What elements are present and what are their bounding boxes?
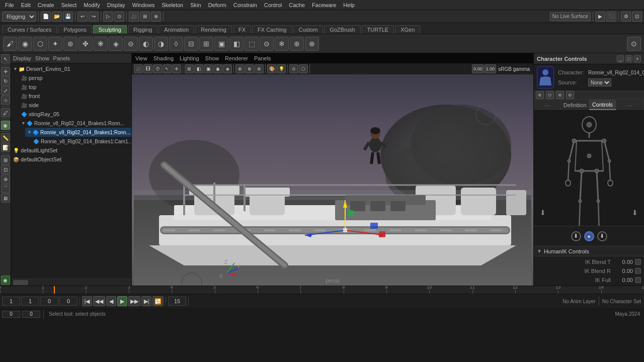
vp-view-menu[interactable]: View <box>134 55 149 61</box>
char-tool3[interactable]: ⊗ <box>556 91 564 99</box>
char-source-dropdown[interactable]: None <box>588 78 611 86</box>
char-ctrl-minimize[interactable]: _ <box>617 55 624 62</box>
vp-time-input[interactable]: 0.00 <box>472 64 484 73</box>
timeline-current-frame[interactable] <box>21 297 39 306</box>
char-tab-controls[interactable]: Controls <box>589 100 617 110</box>
hik-blend-r-bar[interactable] <box>635 268 641 274</box>
status-y-input[interactable] <box>22 311 40 318</box>
tab-polygons[interactable]: Polygons <box>58 25 92 34</box>
outliner-show[interactable]: Show <box>35 55 49 61</box>
vp-move-btn[interactable]: ✛ <box>172 64 181 73</box>
tab-xgen[interactable]: XGen <box>395 25 420 34</box>
tool-sculpt11[interactable]: ◑ <box>154 37 168 51</box>
note-btn[interactable]: 📝 <box>1 143 10 152</box>
tool-sculpt13[interactable]: ⊟ <box>184 37 198 51</box>
vp-shading-menu[interactable]: Shading <box>152 55 175 61</box>
play-btn[interactable]: ▶ <box>117 296 127 306</box>
tool-sculpt9[interactable]: ⊖ <box>124 37 138 51</box>
char-bottom-btn2[interactable]: ● <box>584 231 594 241</box>
move-btn[interactable]: ✛ <box>1 67 10 76</box>
render2-btn[interactable]: ⬛ <box>606 12 616 22</box>
render-btn[interactable]: ▶ <box>595 12 605 22</box>
timeline-ruler[interactable]: 0123456789101112131415 <box>0 286 644 294</box>
snap-grid-btn[interactable]: ⊡ <box>1 165 10 174</box>
vp-wireframe-btn[interactable]: ⊞ <box>185 64 194 73</box>
outliner-display[interactable]: Display <box>13 55 31 61</box>
tab-custom[interactable]: Custom <box>293 25 324 34</box>
tool-sculpt12[interactable]: ◊ <box>169 37 183 51</box>
vp-shade2-btn[interactable]: ▣ <box>204 64 213 73</box>
tool-sculpt18[interactable]: ⊝ <box>260 37 274 51</box>
outliner-item-desert[interactable]: ▼ 📁 Desert_Enviro_01 <box>11 64 131 73</box>
char-tool1[interactable]: ⊕ <box>536 91 544 99</box>
play-back-btn[interactable]: ◀ <box>106 296 116 306</box>
menu-faceware[interactable]: Faceware <box>309 1 339 9</box>
tool-sculpt5[interactable]: ⊛ <box>63 37 77 51</box>
outliner-scrollbar[interactable] <box>11 279 131 286</box>
char-tab-definition[interactable]: Definition <box>561 100 589 110</box>
menu-create[interactable]: Create <box>35 1 57 9</box>
outliner-item-objectset[interactable]: 📦 defaultObjectSet <box>11 155 131 164</box>
step-fwd-btn[interactable]: ▶▶ <box>128 296 140 306</box>
vp-snap1-btn[interactable]: ⊕ <box>235 64 245 73</box>
select-tool-btn[interactable]: ↖ <box>1 54 10 63</box>
vp-camera-btn[interactable]: 🎥 <box>134 64 143 73</box>
tool-sculpt19[interactable]: ❄ <box>275 37 289 51</box>
outliner-panels[interactable]: Panels <box>53 55 70 61</box>
save-scene-btn[interactable]: 💾 <box>63 12 73 22</box>
char-bottom-btn1[interactable]: ⬇ <box>571 231 581 241</box>
hik-blend-t-bar[interactable] <box>635 259 641 265</box>
vp-scale-input[interactable]: 1.00 <box>485 64 497 73</box>
snap-surface-btn[interactable]: ⊠ <box>1 194 10 203</box>
menu-help[interactable]: Help <box>340 1 358 9</box>
tool-sculpt14[interactable]: ⊞ <box>199 37 213 51</box>
menu-cache[interactable]: Cache <box>286 1 308 9</box>
undo-btn[interactable]: ↩ <box>77 12 88 22</box>
new-scene-btn[interactable]: 📄 <box>41 12 51 22</box>
vp-light-btn[interactable]: 💡 <box>277 64 286 73</box>
menu-display[interactable]: Display <box>104 1 128 9</box>
vp-show-menu[interactable]: Show <box>204 55 221 61</box>
step-back-btn[interactable]: ◀◀ <box>93 296 105 306</box>
outliner-item-lightset[interactable]: 💡 defaultLightSet <box>11 146 131 155</box>
outliner-item-side[interactable]: 🎥 side <box>19 101 131 110</box>
menu-skeleton[interactable]: Skeleton <box>158 1 186 9</box>
vp-shade1-btn[interactable]: ◧ <box>194 64 203 73</box>
tab-fx[interactable]: FX <box>233 25 251 34</box>
sculpt-btn[interactable]: ◉ <box>1 121 10 130</box>
settings-btn[interactable]: ⚙ <box>621 12 631 22</box>
vp-snap3-btn[interactable]: ⊛ <box>255 64 264 73</box>
layout-btn[interactable]: ⊡ <box>632 12 642 22</box>
vp-obj-btn[interactable]: ⬡ <box>299 64 308 73</box>
menu-deform[interactable]: Deform <box>205 1 229 9</box>
char-tool4[interactable]: ⊛ <box>566 91 574 99</box>
menu-control[interactable]: Control <box>261 1 285 9</box>
outliner-item-stingray[interactable]: 🔷 stingRay_05 <box>19 110 131 119</box>
vp-isolate-btn[interactable]: ⊙ <box>289 64 298 73</box>
viewport-scene[interactable]: X Y Z persp <box>132 74 533 286</box>
outliner-item-persp[interactable]: 🎥 persp <box>19 73 131 82</box>
scale-btn[interactable]: ⤢ <box>1 86 10 95</box>
vp-renderer-menu[interactable]: Renderer <box>223 55 250 61</box>
workspace-dropdown[interactable]: Rigging <box>2 12 36 22</box>
camera-btn[interactable]: 🎥 <box>129 12 139 22</box>
char-tab-dots-right[interactable]: ··· <box>616 100 644 110</box>
menu-windows[interactable]: Windows <box>129 1 158 9</box>
tab-gozbrush[interactable]: GoZBrush <box>324 25 360 34</box>
grid-toggle-btn[interactable]: ⊞ <box>1 155 10 164</box>
timeline-y-input[interactable] <box>59 297 77 306</box>
tab-turtle[interactable]: TURTLE <box>362 25 394 34</box>
paint-btn[interactable]: 🖊 <box>1 108 10 117</box>
char-tool2[interactable]: ⊙ <box>546 91 554 99</box>
loop-btn[interactable]: 🔁 <box>152 296 164 306</box>
tool-sculpt17[interactable]: ⬚ <box>245 37 259 51</box>
viewport[interactable]: View Shading Lighting Show Renderer Pane… <box>132 53 533 286</box>
scroll-thumb[interactable] <box>13 280 28 285</box>
tab-rigging[interactable]: Rigging <box>128 25 157 34</box>
char-ctrl-maximize[interactable]: □ <box>625 55 632 62</box>
outliner-item-ronnie2[interactable]: ▼ 🔷 Ronnie_v8_Rig02_014_Brakes1:Ronn... <box>25 128 131 137</box>
menu-skin[interactable]: Skin <box>187 1 204 9</box>
menu-select[interactable]: Select <box>58 1 80 9</box>
go-end-btn[interactable]: ▶| <box>141 296 151 306</box>
tool-sculpt2[interactable]: ◉ <box>18 37 32 51</box>
